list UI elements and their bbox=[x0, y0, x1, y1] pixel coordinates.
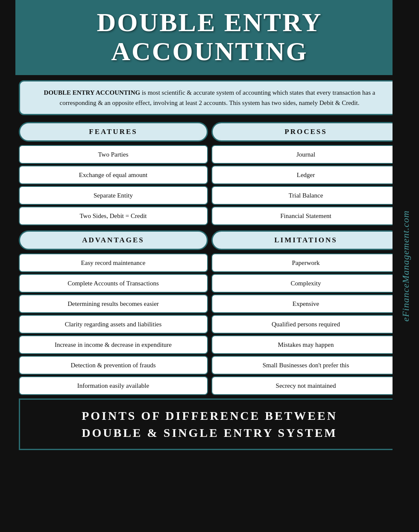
title-line1: DOUBLE ENTRY bbox=[97, 8, 322, 37]
advantages-label: ADVANTAGES bbox=[82, 236, 144, 244]
list-item: Trial Balance bbox=[211, 186, 401, 205]
footer-line2: DOUBLE & SINGLE ENTRY SYSTEM bbox=[82, 426, 337, 439]
definition-box: DOUBLE ENTRY ACCOUNTING is most scientif… bbox=[19, 80, 401, 115]
title-line2: ACCOUNTING bbox=[111, 37, 308, 66]
limitations-header: LIMITATIONS bbox=[211, 230, 401, 250]
list-item: Clarity regarding assets and liabilities bbox=[19, 315, 208, 334]
features-process-section: Two Parties Exchange of equal amount Sep… bbox=[19, 145, 401, 225]
list-item: Complexity bbox=[211, 274, 401, 293]
list-item: Two Parties bbox=[19, 145, 208, 164]
list-item: Separate Entity bbox=[19, 186, 208, 205]
adv-lim-headers: ADVANTAGES LIMITATIONS bbox=[19, 229, 401, 253]
side-watermark: eFinanceManagement.com bbox=[393, 0, 419, 532]
features-header: FEATURES bbox=[19, 122, 208, 142]
process-label: PROCESS bbox=[284, 128, 327, 136]
list-item: Increase in income & decrease in expendi… bbox=[19, 335, 208, 354]
list-item: Journal bbox=[211, 145, 401, 164]
list-item: Easy record maintenance bbox=[19, 253, 208, 272]
list-item: Mistakes may happen bbox=[211, 335, 401, 354]
footer-section: POINTS OF DIFFERENCE BETWEEN DOUBLE & SI… bbox=[19, 398, 401, 450]
features-items: Two Parties Exchange of equal amount Sep… bbox=[19, 145, 208, 225]
adv-lim-section: Easy record maintenance Complete Account… bbox=[19, 253, 401, 395]
limitations-label: LIMITATIONS bbox=[274, 236, 337, 244]
side-text-label: eFinanceManagement.com bbox=[400, 210, 411, 322]
features-label: FEATURES bbox=[89, 128, 137, 136]
list-item: Complete Accounts of Transactions bbox=[19, 274, 208, 293]
process-items: Journal Ledger Trial Balance Financial S… bbox=[211, 145, 401, 225]
advantages-items: Easy record maintenance Complete Account… bbox=[19, 253, 208, 395]
list-item: Paperwork bbox=[211, 253, 401, 272]
list-item: Ledger bbox=[211, 166, 401, 184]
advantages-header: ADVANTAGES bbox=[19, 230, 208, 250]
list-item: Exchange of equal amount bbox=[19, 166, 208, 184]
list-item: Information easily available bbox=[19, 376, 208, 395]
list-item: Small Businesses don't prefer this bbox=[211, 356, 401, 375]
list-item: Two Sides, Debit = Credit bbox=[19, 206, 208, 225]
list-item: Secrecy not maintained bbox=[211, 376, 401, 395]
footer-line1: POINTS OF DIFFERENCE BETWEEN bbox=[82, 409, 337, 422]
list-item: Determining results becomes easier bbox=[19, 294, 208, 313]
list-item: Financial Statement bbox=[211, 206, 401, 225]
list-item: Expensive bbox=[211, 294, 401, 313]
process-header: PROCESS bbox=[211, 122, 401, 142]
definition-bold: DOUBLE ENTRY ACCOUNTING bbox=[44, 89, 141, 96]
list-item: Detection & prevention of frauds bbox=[19, 356, 208, 375]
main-title: DOUBLE ENTRY ACCOUNTING bbox=[24, 8, 396, 66]
list-item: Qualified persons required bbox=[211, 315, 401, 334]
footer-title: POINTS OF DIFFERENCE BETWEEN DOUBLE & SI… bbox=[29, 407, 391, 441]
page-header: DOUBLE ENTRY ACCOUNTING bbox=[15, 0, 404, 75]
features-process-headers: FEATURES PROCESS bbox=[19, 120, 401, 144]
limitations-items: Paperwork Complexity Expensive Qualified… bbox=[211, 253, 401, 395]
